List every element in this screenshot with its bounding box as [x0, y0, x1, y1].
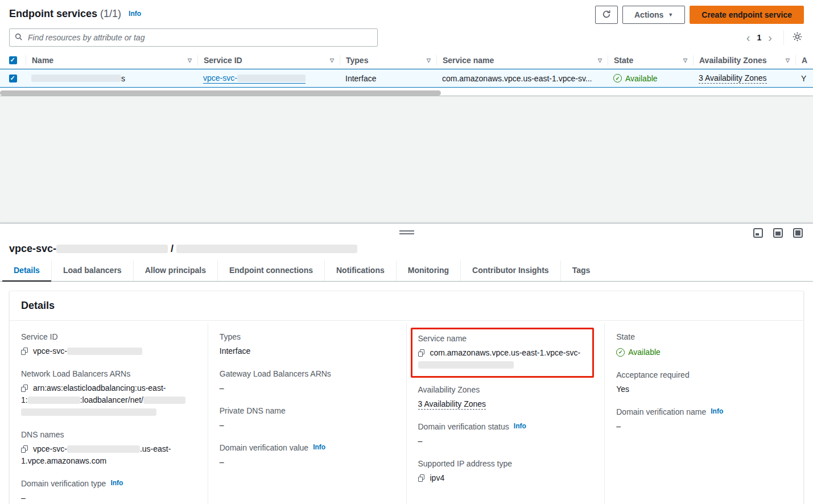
- column-header-service-name[interactable]: Service name ▽: [436, 55, 608, 65]
- dns-mid: .us-east-: [140, 444, 171, 453]
- nlb-arn-account-prefix: 1:: [21, 395, 28, 404]
- copy-icon[interactable]: [21, 385, 28, 392]
- domain-verification-value-value: –: [220, 456, 395, 468]
- row-checkbox[interactable]: [9, 75, 17, 82]
- sort-icon[interactable]: ▽: [184, 57, 192, 63]
- service-name-value: com.amazonaws.vpce.us-east-1.vpce-svc-: [418, 347, 587, 371]
- current-page-number[interactable]: 1: [755, 33, 764, 42]
- column-header-state[interactable]: State ▽: [608, 55, 693, 65]
- glb-arns-field: Gateway Load Balancers ARNs –: [220, 369, 395, 394]
- availability-zones-label: Availability Zones: [418, 385, 593, 394]
- info-link[interactable]: Info: [313, 443, 325, 451]
- details-card-body: Service ID vpce-svc- Network Load Balanc…: [10, 321, 803, 504]
- table-row[interactable]: s vpce-svc- Interface com.amazonaws.vpce…: [0, 69, 813, 88]
- state-field: State ✓ Available: [616, 332, 792, 358]
- info-link[interactable]: Info: [110, 479, 123, 487]
- sort-icon[interactable]: ▽: [423, 57, 431, 63]
- next-page-icon[interactable]: ›: [764, 32, 777, 43]
- state-text: Available: [625, 74, 658, 83]
- tab-endpoint-connections[interactable]: Endpoint connections: [217, 261, 324, 281]
- tab-details[interactable]: Details: [2, 261, 51, 281]
- column-header-partial[interactable]: A: [795, 55, 813, 65]
- row-types-value: Interface: [345, 74, 376, 83]
- row-types-cell: Interface: [340, 74, 436, 83]
- tab-load-balancers[interactable]: Load balancers: [51, 261, 133, 281]
- status-badge: ✓ Available: [616, 346, 661, 358]
- details-column-1: Service ID vpce-svc- Network Load Balanc…: [10, 323, 208, 504]
- service-id-link[interactable]: vpce-svc-: [203, 73, 306, 84]
- panel-size-small-icon[interactable]: [753, 228, 763, 238]
- row-service-id-cell: vpce-svc-: [197, 73, 340, 84]
- redacted-text: [176, 245, 357, 253]
- domain-verification-value-field: Domain verification valueInfo –: [220, 443, 395, 468]
- acceptance-required-field: Acceptance required Yes: [616, 370, 792, 395]
- create-endpoint-service-label: Create endpoint service: [701, 10, 792, 19]
- background-gap: [0, 100, 813, 223]
- column-header-types[interactable]: Types ▽: [340, 55, 436, 65]
- tab-tags[interactable]: Tags: [560, 261, 602, 281]
- actions-button[interactable]: Actions ▼: [622, 6, 685, 24]
- refresh-button[interactable]: [595, 6, 618, 24]
- nlb-arn-path: :loadbalancer/net/: [80, 395, 143, 404]
- copy-icon[interactable]: [21, 445, 28, 453]
- tab-allow-principals[interactable]: Allow principals: [133, 261, 217, 281]
- tab-notifications[interactable]: Notifications: [324, 261, 396, 281]
- column-header-service-id[interactable]: Service ID ▽: [197, 55, 340, 65]
- nlb-arn-line3: [21, 406, 196, 418]
- service-name-field: Service name com.amazonaws.vpce.us-east-…: [418, 334, 587, 371]
- tab-contributor-insights[interactable]: Contributor Insights: [460, 261, 560, 281]
- row-name-cell: s: [26, 74, 197, 83]
- label-text: Domain verification status: [418, 422, 509, 431]
- create-endpoint-service-button[interactable]: Create endpoint service: [690, 6, 804, 24]
- column-header-name[interactable]: Name ▽: [26, 55, 197, 65]
- availability-zones-link[interactable]: 3 Availability Zones: [418, 399, 486, 410]
- endpoint-services-section: Endpoint services (1/1) Info Actions ▼ C…: [0, 0, 813, 96]
- domain-verification-type-value: –: [21, 492, 196, 504]
- private-dns-name-label: Private DNS name: [220, 406, 395, 415]
- panel-title-separator: /: [171, 243, 174, 254]
- previous-page-icon[interactable]: ‹: [742, 32, 755, 43]
- search-icon: [15, 33, 23, 43]
- sort-icon[interactable]: ▽: [680, 57, 687, 63]
- panel-tabs: Details Load balancers Allow principals …: [0, 261, 813, 282]
- availability-zones-link[interactable]: 3 Availability Zones: [699, 73, 767, 84]
- service-name-text: com.amazonaws.vpce.us-east-1.vpce-svc-: [430, 348, 581, 357]
- info-link[interactable]: Info: [711, 407, 723, 415]
- horizontal-scrollbar-thumb[interactable]: [0, 90, 441, 96]
- domain-verification-type-field: Domain verification typeInfo –: [21, 479, 196, 504]
- info-link[interactable]: Info: [129, 10, 141, 18]
- sort-icon[interactable]: ▽: [595, 57, 602, 63]
- redacted-text: [418, 361, 514, 369]
- availability-zones-field: Availability Zones 3 Availability Zones: [418, 385, 593, 410]
- preferences-button[interactable]: [791, 30, 804, 45]
- details-card: Details Service ID vpce-svc- Network Loa…: [9, 291, 804, 504]
- panel-drag-handle[interactable]: [399, 230, 414, 234]
- panel-title-prefix: vpce-svc-: [9, 243, 56, 254]
- sort-icon[interactable]: ▽: [327, 57, 334, 63]
- search-input[interactable]: [27, 32, 372, 43]
- panel-size-medium-icon[interactable]: [773, 228, 783, 238]
- private-dns-name-field: Private DNS name –: [220, 406, 395, 431]
- sort-icon[interactable]: ▽: [782, 57, 790, 63]
- info-link[interactable]: Info: [514, 422, 526, 430]
- state-label: State: [616, 332, 792, 341]
- acceptance-required-label: Acceptance required: [616, 370, 792, 379]
- label-text: Domain verification type: [21, 479, 106, 488]
- types-label: Types: [220, 332, 395, 341]
- column-label: Service name: [443, 56, 494, 65]
- copy-icon[interactable]: [418, 474, 425, 482]
- select-all-checkbox[interactable]: [9, 56, 17, 64]
- copy-icon[interactable]: [21, 348, 28, 355]
- panel-size-large-icon[interactable]: [793, 228, 803, 238]
- state-text: Available: [628, 346, 661, 358]
- redacted-text: [28, 396, 80, 404]
- row-availability-zones-cell: 3 Availability Zones: [693, 73, 795, 84]
- copy-icon[interactable]: [418, 349, 425, 357]
- ip-address-type-field: Supported IP address type ipv4: [418, 459, 593, 484]
- column-label: A: [802, 56, 807, 65]
- search-box[interactable]: [9, 28, 378, 47]
- tab-monitoring[interactable]: Monitoring: [396, 261, 460, 281]
- panel-layout-controls: [753, 228, 803, 238]
- redacted-text: [67, 348, 142, 355]
- column-header-availability-zones[interactable]: Availability Zones ▽: [693, 55, 795, 65]
